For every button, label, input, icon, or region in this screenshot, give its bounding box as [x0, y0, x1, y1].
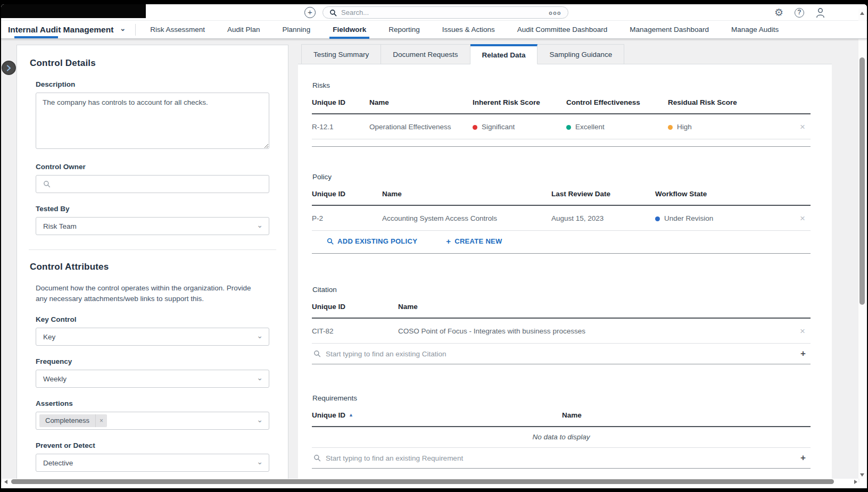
- requirements-section-label: Requirements: [312, 394, 832, 402]
- detail-area: Testing Summary Document Requests Relate…: [298, 44, 832, 482]
- nav-tab-reporting[interactable]: Reporting: [377, 21, 431, 39]
- chevron-down-icon: ⌄: [257, 221, 263, 229]
- vertical-scrollbar-thumb[interactable]: [859, 57, 865, 305]
- quick-add-icon[interactable]: +: [304, 7, 316, 18]
- add-existing-policy-button[interactable]: ADD EXISTING POLICY: [327, 237, 417, 245]
- global-search-input[interactable]: Search... ooo: [323, 6, 568, 19]
- risk-unique-id: R-12.1: [312, 123, 369, 131]
- nav-tab-planning[interactable]: Planning: [271, 21, 322, 39]
- horizontal-scrollbar-thumb[interactable]: [11, 479, 834, 484]
- key-control-label: Key Control: [36, 315, 269, 323]
- chevron-down-icon: ⌄: [257, 457, 263, 466]
- control-owner-input[interactable]: [55, 180, 262, 188]
- chevron-down-icon: ⌄: [120, 24, 126, 32]
- nav-tab-management-dashboard[interactable]: Management Dashboard: [618, 21, 720, 39]
- control-attributes-help: Document how the control operates within…: [36, 283, 255, 304]
- column-header: Unique ID: [312, 98, 369, 106]
- requirement-search-placeholder: Start typing to find an existing Require…: [326, 454, 463, 462]
- policy-actions: ADD EXISTING POLICY + CREATE NEW: [312, 231, 811, 252]
- remove-row-icon[interactable]: ×: [791, 214, 811, 223]
- frequency-value: Weekly: [43, 375, 67, 383]
- table-row[interactable]: CIT-82 COSO Point of Focus - Integrates …: [312, 319, 811, 344]
- remove-row-icon[interactable]: ×: [791, 122, 811, 131]
- assertions-multiselect[interactable]: Completeness × ⌄: [36, 412, 269, 430]
- search-shortcut-hint: ooo: [549, 10, 561, 16]
- plus-icon: +: [446, 237, 451, 246]
- column-header: Workflow State: [655, 190, 791, 198]
- risks-section-label: Risks: [312, 81, 832, 89]
- detail-tabbar: Testing Summary Document Requests Relate…: [301, 44, 832, 64]
- control-owner-field[interactable]: [36, 175, 269, 193]
- tested-by-select[interactable]: Risk Team ⌄: [36, 217, 269, 235]
- column-header: Name: [369, 98, 473, 106]
- nav-tab-audit-committee-dashboard[interactable]: Audit Committee Dashboard: [506, 21, 619, 39]
- risk-inherent-score: Significant: [473, 123, 566, 131]
- nav-tab-fieldwork[interactable]: Fieldwork: [321, 21, 377, 39]
- chip-remove-icon[interactable]: ×: [95, 414, 107, 427]
- app-nav-bar: Internal Audit Management ⌄ Risk Assessm…: [1, 21, 867, 39]
- citation-search-input[interactable]: Start typing to find an existing Citatio…: [312, 344, 811, 364]
- scroll-up-icon[interactable]: [860, 12, 864, 15]
- help-icon[interactable]: ?: [795, 8, 804, 18]
- chevron-down-icon: ⌄: [257, 331, 263, 340]
- citation-unique-id: CIT-82: [312, 327, 398, 335]
- column-header: Name: [562, 411, 791, 419]
- add-citation-icon[interactable]: +: [800, 348, 811, 359]
- policy-name: Accounting System Access Controls: [382, 214, 551, 222]
- control-attributes-title: Control Attributes: [30, 262, 269, 272]
- user-icon[interactable]: [815, 7, 825, 18]
- nav-tab-audit-plan[interactable]: Audit Plan: [216, 21, 271, 39]
- related-data-panel: Risks Unique ID Name Inherent Risk Score…: [298, 64, 832, 482]
- risk-residual-score: High: [668, 123, 791, 131]
- column-header-sortable[interactable]: Unique ID▲: [312, 411, 562, 419]
- tab-sampling-guidance[interactable]: Sampling Guidance: [538, 44, 624, 64]
- settings-gear-icon[interactable]: ⚙: [774, 7, 783, 18]
- column-header: Last Review Date: [551, 190, 655, 198]
- risks-header-row: Unique ID Name Inherent Risk Score Contr…: [312, 89, 811, 114]
- create-new-policy-button[interactable]: + CREATE NEW: [446, 237, 502, 246]
- citation-header-row: Unique ID Name: [312, 294, 811, 319]
- section-divider: [29, 249, 276, 250]
- scroll-right-icon[interactable]: [854, 480, 857, 484]
- sort-asc-icon: ▲: [349, 412, 353, 418]
- scroll-left-icon[interactable]: [4, 480, 7, 484]
- tested-by-label: Tested By: [36, 205, 269, 213]
- requirements-header-row: Unique ID▲ Name: [312, 402, 811, 427]
- assertion-chip: Completeness ×: [39, 414, 107, 427]
- tab-related-data[interactable]: Related Data: [470, 44, 538, 64]
- assertions-label: Assertions: [36, 399, 269, 407]
- horizontal-scrollbar[interactable]: [2, 479, 858, 485]
- chevron-right-icon: [6, 65, 11, 71]
- control-details-title: Control Details: [30, 58, 269, 69]
- column-header: Unique ID: [312, 190, 382, 198]
- description-textarea[interactable]: The company has controls to account for …: [36, 93, 269, 149]
- requirement-search-input[interactable]: Start typing to find an existing Require…: [312, 448, 811, 468]
- search-placeholder: Search...: [341, 9, 369, 16]
- vertical-scrollbar[interactable]: [858, 9, 866, 479]
- column-header: Name: [382, 190, 551, 198]
- nav-tab-issues-actions[interactable]: Issues & Actions: [431, 21, 506, 39]
- column-header: Inherent Risk Score: [473, 98, 566, 106]
- nav-tab-manage-audits[interactable]: Manage Audits: [720, 21, 790, 39]
- key-control-select[interactable]: Key ⌄: [36, 328, 269, 346]
- prevent-detect-select[interactable]: Detective ⌄: [36, 454, 269, 472]
- nav-tab-risk-assessment[interactable]: Risk Assessment: [139, 21, 216, 39]
- tab-document-requests[interactable]: Document Requests: [381, 44, 470, 64]
- policy-header-row: Unique ID Name Last Review Date Workflow…: [312, 181, 811, 206]
- table-row[interactable]: R-12.1 Operational Effectiveness Signifi…: [312, 114, 811, 139]
- add-requirement-icon[interactable]: +: [800, 453, 811, 463]
- search-icon: [313, 350, 321, 357]
- status-dot: [655, 216, 660, 221]
- tab-testing-summary[interactable]: Testing Summary: [301, 44, 381, 64]
- frequency-select[interactable]: Weekly ⌄: [36, 370, 269, 388]
- table-row[interactable]: P-2 Accounting System Access Controls Au…: [312, 206, 811, 231]
- top-bar: + Search... ooo ⚙ ?: [1, 4, 867, 21]
- main-content: Control Details Description The company …: [1, 39, 859, 482]
- frequency-label: Frequency: [36, 357, 269, 365]
- panel-expand-button[interactable]: [2, 61, 16, 75]
- policy-workflow-state: Under Revision: [655, 214, 791, 222]
- scroll-down-icon[interactable]: [860, 473, 864, 477]
- policy-last-review-date: August 15, 2023: [551, 214, 655, 222]
- app-active-underline: [14, 36, 58, 38]
- remove-row-icon[interactable]: ×: [791, 327, 811, 336]
